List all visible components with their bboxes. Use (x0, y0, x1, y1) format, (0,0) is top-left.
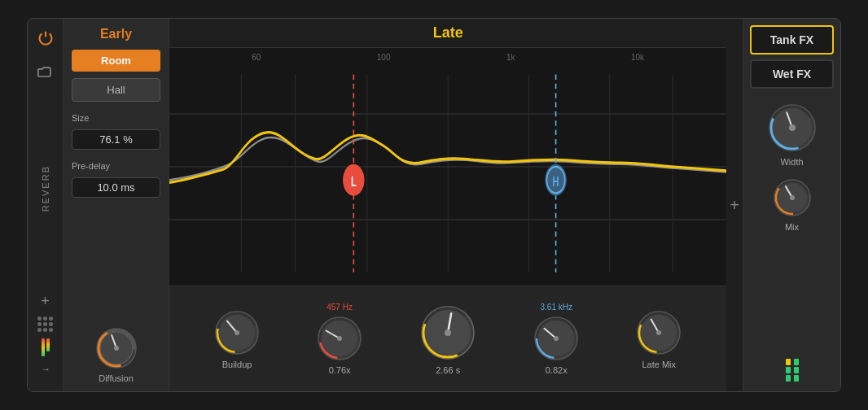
svg-text:L: L (351, 174, 357, 190)
wet-fx-button[interactable]: Wet FX (750, 59, 834, 89)
diffusion-knob[interactable] (94, 326, 138, 370)
svg-point-40 (554, 336, 559, 341)
buildup-group: Buildup (213, 309, 261, 369)
late-title: Late (433, 24, 463, 41)
hall-button[interactable]: Hall (72, 78, 160, 102)
vu-meters-right (750, 359, 834, 385)
mix-knob[interactable] (771, 177, 813, 219)
svg-text:H: H (553, 174, 559, 190)
reverb-time-label: 2.66 s (436, 365, 460, 375)
svg-point-50 (789, 124, 796, 131)
vu-meter-left (42, 338, 50, 356)
power-icon[interactable] (34, 27, 57, 50)
left-sidebar: REVERB + → (28, 19, 64, 391)
tank-fx-button[interactable]: Tank FX (750, 25, 834, 55)
diffusion-area: Diffusion (72, 326, 160, 383)
high-freq-label: 3.61 kHz (540, 303, 572, 312)
reverb-time-knob[interactable] (419, 303, 477, 362)
size-label: Size (72, 113, 160, 123)
hf-decay-label: 0.82x (546, 365, 568, 375)
mix-group: Mix (750, 177, 834, 232)
knobs-area: Buildup 457 Hz 0.76x (169, 286, 726, 391)
center-area: Late 60 100 1k 10k (169, 19, 726, 391)
buildup-label: Buildup (222, 360, 252, 369)
low-freq-label: 457 Hz (327, 303, 353, 312)
vu-right (794, 359, 799, 382)
svg-point-25 (235, 330, 239, 335)
late-mix-knob[interactable] (635, 309, 682, 356)
svg-point-45 (656, 330, 661, 335)
svg-point-35 (445, 329, 451, 336)
late-mix-label: Late Mix (642, 360, 676, 369)
late-mix-group: Late Mix (635, 309, 682, 369)
low-decay-group: 457 Hz 0.76x (316, 303, 363, 375)
early-panel: Early Room Hall Size 76.1 % Pre-delay 10… (64, 19, 169, 391)
buildup-knob[interactable] (213, 309, 261, 356)
width-label: Width (780, 157, 803, 167)
plugin-title: REVERB (41, 165, 50, 212)
eq-display[interactable]: 60 100 1k 10k (169, 48, 726, 286)
hf-decay-knob[interactable] (533, 315, 580, 362)
arrow-icon[interactable]: → (40, 363, 50, 375)
plus-left-icon[interactable]: + (41, 293, 50, 310)
low-decay-label: 0.76x (329, 365, 351, 375)
low-decay-knob[interactable] (316, 315, 363, 362)
room-button[interactable]: Room (72, 50, 160, 72)
width-group: Width (750, 102, 834, 167)
svg-point-55 (790, 195, 795, 200)
svg-point-30 (337, 336, 342, 341)
vu-left (786, 359, 791, 382)
right-panel: Tank FX Wet FX Width (743, 19, 840, 391)
size-value[interactable]: 76.1 % (72, 129, 160, 150)
predelay-value[interactable]: 10.0 ms (72, 177, 160, 198)
reverb-time-group: 2.66 s (419, 303, 477, 375)
diffusion-label: Diffusion (99, 373, 134, 383)
folder-icon[interactable] (34, 61, 57, 84)
hf-decay-group: 3.61 kHz 0.82x (533, 303, 580, 375)
predelay-label: Pre-delay (72, 161, 160, 171)
late-header: Late (169, 19, 726, 48)
svg-point-5 (114, 346, 119, 351)
grid-dots-icon (37, 316, 53, 332)
width-knob[interactable] (766, 102, 818, 154)
early-title: Early (72, 27, 160, 41)
mix-label: Mix (785, 222, 799, 232)
plus-right-icon[interactable]: + (730, 196, 739, 215)
